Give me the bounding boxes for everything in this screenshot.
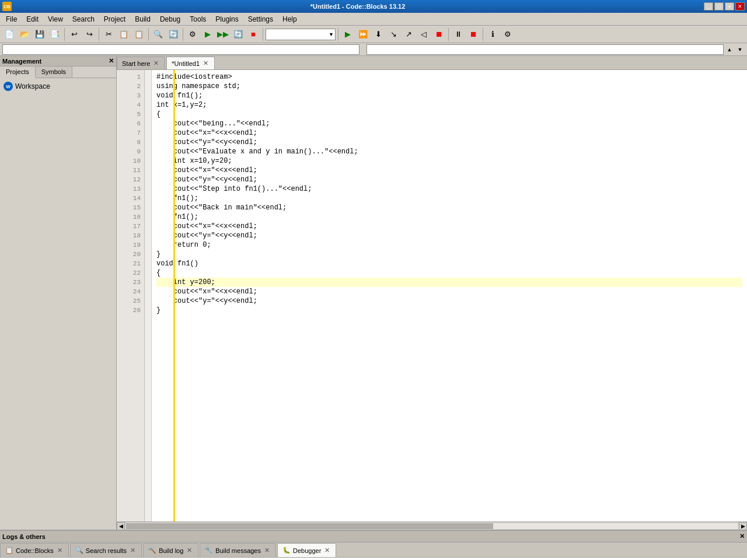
copy-button[interactable]: 📋 xyxy=(117,27,131,41)
code-line: } xyxy=(156,250,742,259)
sidebar-tab-symbols[interactable]: Symbols xyxy=(36,66,72,78)
menu-search[interactable]: Search xyxy=(68,14,99,24)
code-editor[interactable]: 1234567891011121314151617181920212223242… xyxy=(117,70,747,522)
code-combo[interactable] xyxy=(2,44,359,55)
menu-view[interactable]: View xyxy=(43,14,68,24)
new-file-button[interactable]: 📄 xyxy=(2,27,16,41)
tab-untitled1-close[interactable]: ✕ xyxy=(202,59,210,68)
sidebar-close-icon[interactable]: ✕ xyxy=(109,57,114,65)
code-line: cout<<"x="<<x<<endl; xyxy=(156,287,742,296)
tab-debugger-icon: 🐛 xyxy=(282,547,291,554)
tab-codeblocks-close[interactable]: ✕ xyxy=(56,546,64,555)
menu-debug[interactable]: Debug xyxy=(155,14,185,24)
scroll-thumb[interactable] xyxy=(126,523,493,529)
menu-plugins[interactable]: Plugins xyxy=(211,14,243,24)
workspace-label: Workspace xyxy=(15,82,50,90)
undo-button[interactable]: ↩ xyxy=(67,27,81,41)
window-title: *Untitled1 - Code::Blocks 13.12 xyxy=(12,3,704,10)
tab-start-here[interactable]: Start here ✕ xyxy=(117,57,165,69)
info-btn[interactable]: ℹ xyxy=(486,27,500,41)
code-content[interactable]: #include<iostream>using namespace std;vo… xyxy=(152,70,747,522)
replace-button[interactable]: 🔄 xyxy=(166,27,180,41)
paste-button[interactable]: 📋 xyxy=(132,27,146,41)
scroll-left-button[interactable]: ◀ xyxy=(117,522,125,530)
tab-build-messages-label: Build messages xyxy=(215,547,261,554)
next-line[interactable]: ⬇ xyxy=(371,27,385,41)
save-button[interactable]: 💾 xyxy=(33,27,47,41)
target-combo[interactable]: ▼ xyxy=(266,29,336,40)
bottom-panel-close-icon[interactable]: ✕ xyxy=(739,533,745,540)
tab-debugger-close[interactable]: ✕ xyxy=(323,546,331,555)
settings-btn2[interactable]: ⚙ xyxy=(501,27,515,41)
rebuild-button[interactable]: 🔄 xyxy=(231,27,245,41)
menu-project[interactable]: Project xyxy=(99,14,130,24)
run-to-cursor[interactable]: ⏩ xyxy=(356,27,370,41)
find-button[interactable]: 🔍 xyxy=(151,27,165,41)
yellow-gutter-bar xyxy=(173,70,175,522)
menu-settings[interactable]: Settings xyxy=(243,14,278,24)
tab-build-log[interactable]: 🔨 Build log ✕ xyxy=(143,543,198,557)
toolbar-separator-8 xyxy=(483,28,483,41)
stop-btn2[interactable]: ⏹ xyxy=(466,27,480,41)
pause-btn[interactable]: ⏸ xyxy=(451,27,465,41)
tab-start-here-label: Start here xyxy=(122,60,150,67)
tab-build-messages-close[interactable]: ✕ xyxy=(263,546,271,555)
scroll-track[interactable] xyxy=(126,523,738,529)
code-line: int x=1,y=2; xyxy=(156,100,742,110)
minimize-button[interactable]: _ xyxy=(704,2,713,10)
editor-tabs: Start here ✕ *Untitled1 ✕ xyxy=(117,56,747,70)
sidebar-tabs: Projects Symbols xyxy=(0,66,116,78)
build-run-button[interactable]: ▶▶ xyxy=(216,27,230,41)
code-line: cout<<"y="<<y<<endl; xyxy=(156,296,742,306)
line-number: 25 xyxy=(117,296,144,306)
prev-btn[interactable]: ◁ xyxy=(417,27,431,41)
bottom-panel-title: Logs & others xyxy=(2,533,46,540)
scroll-down-btn[interactable]: ▼ xyxy=(735,45,745,54)
tab-start-here-close[interactable]: ✕ xyxy=(152,59,160,68)
tab-search-results-close[interactable]: ✕ xyxy=(129,546,137,555)
sidebar: Management ✕ Projects Symbols W Workspac… xyxy=(0,56,117,530)
menu-file[interactable]: File xyxy=(1,14,22,24)
stop-button[interactable]: ■ xyxy=(246,27,260,41)
restore-button[interactable]: □ xyxy=(714,2,724,10)
scroll-right-button[interactable]: ▶ xyxy=(739,522,747,530)
tab-search-results[interactable]: 🔍 Search results ✕ xyxy=(70,543,142,557)
new-project-button[interactable]: ⚙ xyxy=(186,27,200,41)
toolbar-main: 📄 📂 💾 📑 ↩ ↪ ✂ 📋 📋 🔍 🔄 ⚙ ▶ ▶▶ 🔄 ■ ▼ ▶ ⏩ ⬇… xyxy=(0,26,747,43)
tab-untitled1[interactable]: *Untitled1 ✕ xyxy=(166,57,215,69)
redo-button[interactable]: ↪ xyxy=(82,27,96,41)
scroll-up-btn[interactable]: ▲ xyxy=(725,45,734,54)
tab-build-log-close[interactable]: ✕ xyxy=(186,546,193,555)
scope-combo[interactable] xyxy=(366,44,724,55)
run-button[interactable]: ▶ xyxy=(201,27,215,41)
debug-button[interactable]: ▶ xyxy=(341,27,355,41)
tab-codeblocks-label: Code::Blocks xyxy=(16,547,54,554)
close-button[interactable]: ✕ xyxy=(735,2,745,10)
toolbar-separator-6 xyxy=(338,28,338,41)
menu-tools[interactable]: Tools xyxy=(185,14,211,24)
tab-codeblocks[interactable]: 📋 Code::Blocks ✕ xyxy=(0,543,69,557)
horizontal-scrollbar[interactable]: ◀ ▶ xyxy=(117,522,747,530)
open-file-button[interactable]: 📂 xyxy=(18,27,32,41)
sidebar-tab-projects[interactable]: Projects xyxy=(0,66,36,78)
tab-untitled1-label: *Untitled1 xyxy=(172,60,200,67)
stop-debug[interactable]: ⏹ xyxy=(432,27,446,41)
step-out[interactable]: ↗ xyxy=(402,27,416,41)
tab-build-messages[interactable]: 🔧 Build messages ✕ xyxy=(200,543,276,557)
save-all-button[interactable]: 📑 xyxy=(48,27,62,41)
line-number: 22 xyxy=(117,268,144,278)
workspace-item[interactable]: W Workspace xyxy=(2,80,114,92)
menu-bar: File Edit View Search Project Build Debu… xyxy=(0,13,747,26)
line-number: 19 xyxy=(117,240,144,250)
maximize-button[interactable]: ▪ xyxy=(725,2,734,10)
line-number: 12 xyxy=(117,175,144,184)
menu-edit[interactable]: Edit xyxy=(22,14,43,24)
line-number: 17 xyxy=(117,222,144,231)
menu-help[interactable]: Help xyxy=(278,14,302,24)
line-number: 16 xyxy=(117,212,144,222)
code-line: cout<<"Back in main"<<endl; xyxy=(156,203,742,212)
menu-build[interactable]: Build xyxy=(130,14,155,24)
step-in[interactable]: ↘ xyxy=(386,27,400,41)
tab-debugger[interactable]: 🐛 Debugger ✕ xyxy=(277,543,336,557)
cut-button[interactable]: ✂ xyxy=(102,27,116,41)
